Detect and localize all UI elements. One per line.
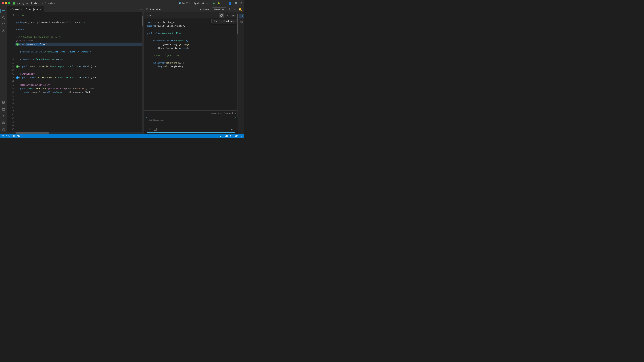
ai-template-icon[interactable]: [153, 127, 157, 131]
ai-class-brace: {: [181, 31, 183, 35]
fn-somemethod: someMethod: [166, 61, 178, 65]
structure-icon: [2, 29, 5, 32]
sidebar-item-terminal[interactable]: [0, 106, 6, 112]
info-arg: ("Beginning: [168, 65, 183, 68]
svg-point-7: [2, 16, 4, 18]
svg-text:P: P: [179, 2, 180, 4]
svg-rect-33: [240, 15, 243, 17]
new-chat-button[interactable]: New Chat: [212, 7, 226, 11]
all-chats-button[interactable]: All Chats: [198, 7, 211, 11]
sidebar-item-bottom1[interactable]: [0, 100, 6, 106]
ai-attach-icon[interactable]: [148, 127, 152, 131]
sidebar-item-settings[interactable]: [0, 126, 6, 133]
empty-line-spacer: [16, 17, 142, 20]
ai-code-content: import org.slf4j.Logger; import org.slf4…: [144, 18, 238, 70]
line-numbers: 1 16 17 18 32 33 39 40 41 42 43 44 45 46…: [7, 12, 16, 132]
code-line-58: }: [16, 94, 142, 98]
check-mark: ✓: [84, 20, 85, 24]
share-feedback-link[interactable]: Share your feedback ↗: [210, 112, 236, 114]
run-icon[interactable]: ▶: [213, 1, 215, 5]
svg-rect-6: [2, 10, 5, 12]
user-icon[interactable]: 👤: [228, 1, 232, 5]
ai-scrollbar[interactable]: [237, 12, 238, 117]
horizontal-scrollbar[interactable]: [7, 132, 144, 134]
status-encoding[interactable]: UTF-8: [225, 135, 231, 137]
type-webdatabinder: WebDataBinder: [58, 76, 75, 79]
tab-owner-controller[interactable]: ☕ OwnerController.java ✕: [7, 6, 44, 12]
ai-minimize-button[interactable]: −: [233, 7, 237, 11]
sidebar-item-run[interactable]: [0, 113, 6, 119]
traffic-lights: [2, 2, 10, 4]
scrollbar-thumb[interactable]: [142, 16, 144, 26]
status-bar-right: LF UTF-8 Tab* ⚠: [220, 135, 242, 137]
ai-header-right: All Chats New Chat ⋮ − 🔔: [198, 7, 242, 11]
code-line-18: ▶ import ...: [16, 28, 142, 31]
search-icon[interactable]: 🔍: [234, 1, 238, 5]
minimize-button[interactable]: [5, 2, 7, 4]
type-owner: Owner: [28, 87, 34, 90]
sidebar-item-git[interactable]: [0, 21, 6, 27]
code-line-59: [16, 98, 142, 102]
h-scrollbar-thumb[interactable]: [16, 132, 49, 134]
status-warn-icon[interactable]: ⚠: [241, 135, 242, 137]
copy-button[interactable]: [219, 13, 224, 18]
ai-notification-button[interactable]: 🔔: [238, 7, 242, 11]
keyword-package: package: [16, 20, 25, 24]
ai-scrollbar-thumb[interactable]: [237, 14, 238, 34]
sidebar-item-explorer[interactable]: [0, 8, 6, 14]
insert-button[interactable]: [231, 13, 236, 18]
maximize-button[interactable]: [8, 2, 10, 4]
kw-void2: void: [160, 61, 166, 65]
line-indicator-51: ⊙: [16, 76, 19, 79]
vertical-scrollbar[interactable]: [142, 12, 144, 132]
sidebar-item-structure[interactable]: [0, 28, 6, 34]
tab-close-button[interactable]: ✕: [39, 8, 42, 11]
tab-more-button[interactable]: ⋯: [138, 8, 144, 11]
close-button[interactable]: [2, 2, 4, 4]
more-icon[interactable]: ⋮: [223, 1, 226, 5]
java-file-icon: ☕: [10, 8, 11, 11]
ai-code-line-13: log . info ("Beginning: [146, 65, 236, 68]
ai-input-field[interactable]: [146, 117, 236, 126]
fold-arrow-46[interactable]: ▶: [19, 65, 20, 68]
code-line-57: return ownerId == null ? new Owner () : …: [16, 90, 142, 94]
debug-icon[interactable]: 🐛: [218, 1, 220, 5]
app-selector[interactable]: P PetClinicApplication ▾: [178, 2, 210, 4]
title-action-icons: ▶ 🐛 ⋮ 👤 🔍 ⚙: [213, 1, 242, 5]
ai-chat-icon[interactable]: [239, 14, 244, 18]
import-logger: org.slf4j.Logger;: [155, 20, 177, 24]
ai-history-icon[interactable]: [239, 20, 244, 24]
type-ownerrepo: OwnerRepository: [36, 57, 56, 61]
ai-classname: OwnerController: [162, 31, 181, 35]
settings-icon[interactable]: ⚙: [240, 1, 242, 5]
comment-author: /** @author Juergen Hoeller ...*/: [18, 35, 61, 39]
fold-arrow-18[interactable]: ▶: [16, 28, 17, 31]
format-button[interactable]: [225, 13, 230, 18]
tab-bar: ☕ OwnerController.java ✕ ⋯: [7, 6, 144, 12]
code-line-33: ▶ /** @author Juergen Hoeller ...*/: [16, 35, 142, 39]
branch-dropdown-icon: ▾: [54, 2, 55, 4]
ai-more-button[interactable]: ⋮: [228, 7, 232, 11]
sidebar-item-info[interactable]: [0, 120, 6, 126]
kw-import2: import: [147, 24, 155, 28]
code-content[interactable]: ▶ /.../ package org.springframework.samp…: [16, 12, 142, 132]
fold-arrow[interactable]: ▶: [16, 13, 17, 17]
project-dropdown-icon[interactable]: ▾: [38, 2, 40, 4]
ai-send-button[interactable]: [229, 127, 234, 132]
params-start: (: [46, 87, 48, 90]
var-log2: log: [158, 65, 162, 68]
sidebar-item-search[interactable]: [0, 14, 6, 20]
project-selector[interactable]: spring-petclinic ▾: [13, 2, 40, 4]
format-icon: [226, 14, 228, 16]
annotation-initbinder: @InitBinder: [20, 72, 34, 76]
status-indent[interactable]: Tab*: [234, 135, 238, 137]
fold-arrow-51[interactable]: ▶: [19, 76, 20, 79]
branch-selector[interactable]: main ▾: [45, 2, 55, 4]
collapsed-text: /.../: [18, 13, 24, 17]
editor-area[interactable]: 1 16 17 18 32 33 39 40 41 42 43 44 45 46…: [7, 12, 144, 132]
ai-input-area[interactable]: [146, 117, 236, 133]
status-line-ending[interactable]: LF: [220, 135, 222, 137]
status-position[interactable]: 40:7 (17 chars): [2, 135, 20, 137]
fold-arrow-33[interactable]: ▶: [16, 35, 17, 39]
code-line-43: [16, 54, 142, 57]
